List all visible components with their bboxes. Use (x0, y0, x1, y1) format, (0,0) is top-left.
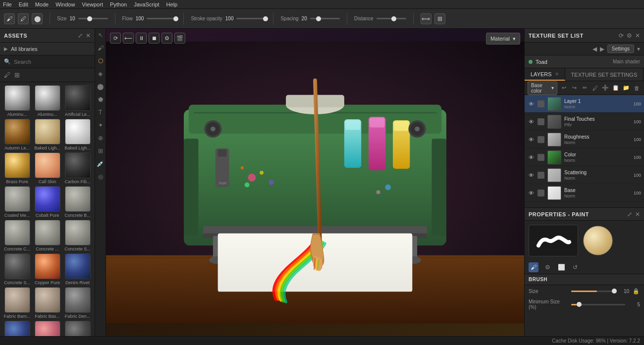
base-color-dropdown[interactable]: Base color ▾ (528, 81, 557, 95)
menu-edit[interactable]: Edit (19, 1, 28, 7)
asset-item[interactable]: Aluminu... (33, 85, 61, 117)
search-input[interactable] (14, 59, 91, 65)
asset-item[interactable]: Baked Ligh... (63, 119, 92, 150)
tool-fill[interactable]: ⬤ (96, 82, 105, 91)
layer-folder-icon[interactable]: 📁 (622, 84, 631, 93)
menu-python[interactable]: Python (110, 1, 127, 7)
tool-eyedrop[interactable]: 💉 (96, 159, 105, 168)
layer-item[interactable]: 👁 Base Norm 100 (525, 184, 644, 202)
asset-item[interactable]: Carbon Fib... (63, 152, 92, 184)
asset-item[interactable]: Cobalt Pure (33, 186, 61, 218)
tsl-gear-icon[interactable]: ⚙ (627, 32, 632, 39)
layer-visibility-icon[interactable]: 👁 (528, 172, 535, 179)
prop-history-icon[interactable]: ↺ (570, 262, 580, 272)
layer-delete-icon[interactable]: 🗑 (632, 84, 641, 93)
assets-expand-icon[interactable]: ⤢ (78, 32, 83, 39)
asset-item[interactable]: Concrete S... (63, 220, 92, 251)
menu-window[interactable]: Window (55, 1, 75, 7)
asset-item[interactable]: Artificial Le... (63, 85, 92, 117)
tool-smudge[interactable]: ✦ (96, 121, 105, 130)
tool-clone[interactable]: ⊕ (96, 134, 105, 143)
tool-color[interactable]: ◎ (96, 172, 105, 181)
align-btn[interactable]: ⊞ (434, 13, 445, 24)
prop-settings-icon[interactable]: ⚙ (542, 262, 552, 272)
layer-visibility-icon[interactable]: 👁 (528, 190, 535, 197)
asset-tool-icon-1[interactable]: 🖊 (4, 71, 10, 79)
asset-tool-icon-2[interactable]: ⊞ (14, 71, 20, 79)
settings-button[interactable]: Settings (607, 45, 634, 53)
tool-stamp[interactable]: ◈ (96, 69, 105, 78)
layer-filter-icon[interactable]: 📋 (611, 84, 620, 93)
tool-measure[interactable]: ⊞ (96, 147, 105, 155)
asset-item[interactable]: Call Skin (33, 152, 61, 184)
menu-javascript[interactable]: JavaScript (134, 1, 159, 7)
layer-item[interactable]: 👁 Roughness Norm 100 (525, 131, 644, 148)
tsl-refresh-icon[interactable]: ⟳ (619, 32, 624, 39)
size-lock-btn[interactable]: 🔒 (632, 287, 640, 295)
menu-viewport[interactable]: Viewport (82, 1, 103, 7)
layer-item[interactable]: 👁 Color Norm 100 (525, 148, 644, 166)
viewport[interactable]: PWR Material ▾ ⟳ ⟵ ⏸ ⏹ ⚙ 🎬 (106, 29, 524, 336)
asset-item[interactable]: Fabric Bas... (33, 287, 61, 319)
paint-tool-btn[interactable]: 🖊 (18, 13, 29, 24)
layer-paint-icon[interactable]: ✏ (580, 84, 589, 93)
layer-visibility-icon[interactable]: 👁 (528, 136, 535, 143)
menu-help[interactable]: Help (166, 1, 178, 7)
asset-item[interactable]: Fabric Barn... (3, 287, 31, 319)
asset-item[interactable]: Baked Ligh... (33, 119, 61, 150)
tab-layers-close[interactable]: ✕ (555, 71, 559, 77)
asset-item[interactable]: Brass Pure (3, 152, 31, 184)
asset-item[interactable]: Copper Pure (33, 253, 61, 285)
properties-close-icon[interactable]: ✕ (635, 211, 640, 218)
layer-item[interactable]: 👁 Final Touches Ptlv 100 (525, 113, 644, 131)
asset-item[interactable]: Coated Me... (3, 186, 31, 218)
layer-mask-icon[interactable]: 🖊 (590, 84, 599, 93)
layer-effect-icon[interactable]: ➕ (601, 84, 610, 93)
tool-polygon[interactable]: ⬟ (96, 95, 105, 104)
texture-set-item[interactable]: Toad Main shader (525, 55, 644, 68)
prop-layers-icon[interactable]: ⬜ (556, 262, 566, 272)
layer-add-fill-icon[interactable]: ↪ (570, 84, 579, 93)
asset-item[interactable]: Fabric Knit... (3, 321, 31, 336)
layer-visibility-icon[interactable]: 👁 (528, 100, 535, 107)
vp-settings-btn[interactable]: ⚙ (161, 33, 172, 44)
tool-eraser[interactable]: ⬡ (96, 56, 105, 65)
layer-add-paint-icon[interactable]: ↩ (559, 84, 568, 93)
library-header[interactable]: ▶ All libraries (0, 43, 95, 55)
tool-cursor[interactable]: ↖ (96, 31, 105, 40)
color-preview-sphere[interactable] (583, 226, 613, 255)
tsl-close-icon[interactable]: ✕ (635, 32, 640, 39)
tsl-nav-right[interactable]: ▶ (600, 46, 604, 52)
tsl-chevron-icon[interactable]: ▾ (637, 46, 640, 52)
brush-tool-btn[interactable]: 🖌 (4, 13, 15, 24)
layer-item[interactable]: 👁 Layer 1 Norm 100 (525, 95, 644, 113)
flow-slider[interactable] (147, 18, 176, 19)
tool-text[interactable]: T (96, 108, 105, 117)
stroke-opacity-slider[interactable] (236, 18, 266, 19)
asset-item[interactable]: Fabric Den... (63, 287, 92, 319)
asset-item[interactable]: Fabric Rou... (63, 321, 92, 336)
asset-item[interactable]: Concrete C... (3, 220, 31, 251)
tsl-nav-left[interactable]: ◀ (592, 46, 597, 52)
tool-paint[interactable]: 🖌 (96, 44, 105, 52)
menu-file[interactable]: File (3, 1, 12, 7)
layer-visibility-icon[interactable]: 👁 (528, 154, 535, 161)
asset-item[interactable]: Concrete B... (63, 186, 92, 218)
menu-mode[interactable]: Mode (35, 1, 49, 7)
vp-stop-btn[interactable]: ⏹ (149, 33, 160, 44)
distance-slider[interactable] (376, 18, 406, 19)
min-size-slider[interactable] (571, 304, 625, 305)
asset-item[interactable]: Fabric Rou... (33, 321, 61, 336)
vp-pause-btn[interactable]: ⏸ (136, 33, 147, 44)
layer-item[interactable]: 👁 Scattering Norm 100 (525, 166, 644, 184)
vp-undo-btn[interactable]: ⟳ (110, 33, 121, 44)
size-prop-slider[interactable] (571, 291, 614, 292)
asset-item[interactable]: Concrete S... (3, 253, 31, 285)
spacing-slider[interactable] (310, 18, 340, 19)
properties-expand-icon[interactable]: ⤢ (627, 211, 632, 218)
tab-texture-set-settings[interactable]: TEXTURE SET SETTINGS (565, 68, 644, 81)
assets-close-icon[interactable]: ✕ (86, 32, 91, 39)
size-slider[interactable] (78, 18, 108, 19)
layer-visibility-icon[interactable]: 👁 (528, 118, 535, 125)
material-selector[interactable]: Material ▾ (486, 33, 520, 45)
